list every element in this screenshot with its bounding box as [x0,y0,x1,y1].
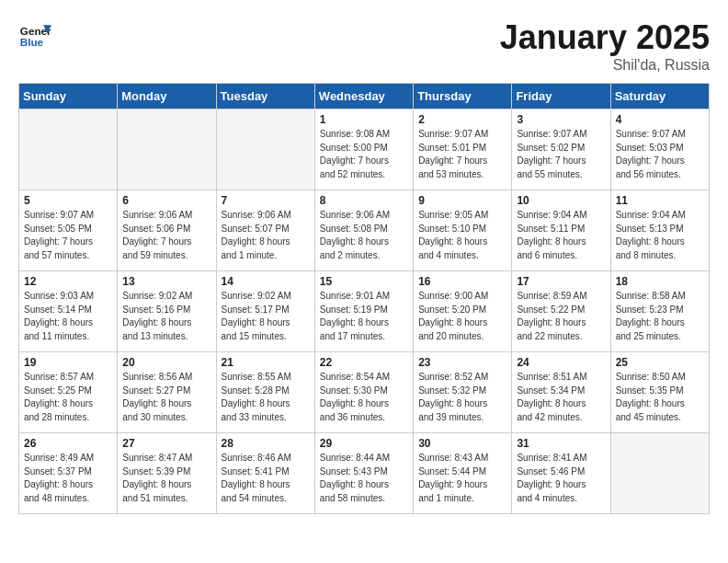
day-number: 27 [122,437,210,450]
calendar-cell: 27Sunrise: 8:47 AM Sunset: 5:39 PM Dayli… [118,433,216,514]
day-info: Sunrise: 9:06 AM Sunset: 5:06 PM Dayligh… [122,209,210,262]
calendar-cell: 15Sunrise: 9:01 AM Sunset: 5:19 PM Dayli… [314,271,413,352]
day-info: Sunrise: 9:00 AM Sunset: 5:20 PM Dayligh… [418,290,506,343]
day-info: Sunrise: 9:02 AM Sunset: 5:17 PM Dayligh… [222,290,310,343]
location-subtitle: Shil'da, Russia [500,57,710,74]
day-info: Sunrise: 8:47 AM Sunset: 5:39 PM Dayligh… [122,452,210,505]
day-info: Sunrise: 8:49 AM Sunset: 5:37 PM Dayligh… [24,452,112,505]
day-number: 16 [418,275,506,288]
day-info: Sunrise: 9:02 AM Sunset: 5:16 PM Dayligh… [122,290,210,343]
calendar-week-3: 12Sunrise: 9:03 AM Sunset: 5:14 PM Dayli… [19,271,710,352]
page-header: General Blue January 2025 Shil'da, Russi… [18,18,710,74]
calendar-cell: 17Sunrise: 8:59 AM Sunset: 5:22 PM Dayli… [512,271,610,352]
day-number: 9 [418,194,506,207]
calendar-cell: 26Sunrise: 8:49 AM Sunset: 5:37 PM Dayli… [19,433,118,514]
calendar-cell: 28Sunrise: 8:46 AM Sunset: 5:41 PM Dayli… [216,433,314,514]
calendar-cell: 8Sunrise: 9:06 AM Sunset: 5:08 PM Daylig… [314,190,413,271]
day-number: 24 [517,356,605,369]
weekday-header-row: SundayMondayTuesdayWednesdayThursdayFrid… [19,84,710,109]
day-number: 26 [24,437,112,450]
calendar-cell: 19Sunrise: 8:57 AM Sunset: 5:25 PM Dayli… [19,352,118,433]
day-info: Sunrise: 8:50 AM Sunset: 5:35 PM Dayligh… [616,371,704,424]
logo-icon: General Blue [18,18,51,52]
calendar-cell: 24Sunrise: 8:51 AM Sunset: 5:34 PM Dayli… [512,352,610,433]
calendar-cell: 16Sunrise: 9:00 AM Sunset: 5:20 PM Dayli… [414,271,512,352]
calendar-week-5: 26Sunrise: 8:49 AM Sunset: 5:37 PM Dayli… [19,433,710,514]
calendar-week-1: 1Sunrise: 9:08 AM Sunset: 5:00 PM Daylig… [19,109,710,190]
calendar-cell: 23Sunrise: 8:52 AM Sunset: 5:32 PM Dayli… [414,352,512,433]
calendar-cell: 2Sunrise: 9:07 AM Sunset: 5:01 PM Daylig… [414,109,512,190]
month-title: January 2025 [500,18,710,57]
weekday-header-tuesday: Tuesday [216,84,314,109]
day-number: 12 [24,275,112,288]
day-info: Sunrise: 9:07 AM Sunset: 5:01 PM Dayligh… [418,128,506,181]
calendar-cell: 9Sunrise: 9:05 AM Sunset: 5:10 PM Daylig… [414,190,512,271]
svg-text:Blue: Blue [20,36,44,48]
calendar-table: SundayMondayTuesdayWednesdayThursdayFrid… [18,83,710,514]
calendar-cell: 11Sunrise: 9:04 AM Sunset: 5:13 PM Dayli… [610,190,709,271]
day-number: 23 [418,356,506,369]
day-info: Sunrise: 9:03 AM Sunset: 5:14 PM Dayligh… [24,290,112,343]
title-block: January 2025 Shil'da, Russia [500,18,710,74]
day-info: Sunrise: 8:52 AM Sunset: 5:32 PM Dayligh… [418,371,506,424]
day-info: Sunrise: 9:06 AM Sunset: 5:07 PM Dayligh… [222,209,310,262]
day-number: 29 [320,437,408,450]
day-number: 1 [320,113,408,126]
calendar-cell: 1Sunrise: 9:08 AM Sunset: 5:00 PM Daylig… [314,109,413,190]
day-info: Sunrise: 8:55 AM Sunset: 5:28 PM Dayligh… [222,371,310,424]
calendar-cell: 13Sunrise: 9:02 AM Sunset: 5:16 PM Dayli… [118,271,216,352]
day-number: 7 [222,194,310,207]
day-info: Sunrise: 8:44 AM Sunset: 5:43 PM Dayligh… [320,452,408,505]
calendar-cell: 10Sunrise: 9:04 AM Sunset: 5:11 PM Dayli… [512,190,610,271]
day-number: 6 [122,194,210,207]
day-number: 17 [517,275,605,288]
day-info: Sunrise: 9:05 AM Sunset: 5:10 PM Dayligh… [418,209,506,262]
day-number: 10 [517,194,605,207]
day-info: Sunrise: 8:59 AM Sunset: 5:22 PM Dayligh… [517,290,605,343]
day-info: Sunrise: 9:07 AM Sunset: 5:05 PM Dayligh… [24,209,112,262]
day-info: Sunrise: 9:07 AM Sunset: 5:02 PM Dayligh… [517,128,605,181]
day-number: 5 [24,194,112,207]
day-info: Sunrise: 9:07 AM Sunset: 5:03 PM Dayligh… [616,128,704,181]
calendar-cell: 3Sunrise: 9:07 AM Sunset: 5:02 PM Daylig… [512,109,610,190]
calendar-cell [216,109,314,190]
day-number: 19 [24,356,112,369]
calendar-cell: 21Sunrise: 8:55 AM Sunset: 5:28 PM Dayli… [216,352,314,433]
weekday-header-thursday: Thursday [414,84,512,109]
day-number: 14 [222,275,310,288]
day-number: 25 [616,356,704,369]
calendar-week-2: 5Sunrise: 9:07 AM Sunset: 5:05 PM Daylig… [19,190,710,271]
day-info: Sunrise: 8:51 AM Sunset: 5:34 PM Dayligh… [517,371,605,424]
calendar-cell: 7Sunrise: 9:06 AM Sunset: 5:07 PM Daylig… [216,190,314,271]
day-number: 3 [517,113,605,126]
calendar-cell: 4Sunrise: 9:07 AM Sunset: 5:03 PM Daylig… [610,109,709,190]
day-info: Sunrise: 9:08 AM Sunset: 5:00 PM Dayligh… [320,128,408,181]
calendar-cell: 6Sunrise: 9:06 AM Sunset: 5:06 PM Daylig… [118,190,216,271]
calendar-cell [610,433,709,514]
calendar-cell: 30Sunrise: 8:43 AM Sunset: 5:44 PM Dayli… [414,433,512,514]
day-number: 8 [320,194,408,207]
day-number: 28 [222,437,310,450]
day-info: Sunrise: 8:41 AM Sunset: 5:46 PM Dayligh… [517,452,605,505]
day-info: Sunrise: 8:54 AM Sunset: 5:30 PM Dayligh… [320,371,408,424]
day-number: 13 [122,275,210,288]
calendar-cell: 5Sunrise: 9:07 AM Sunset: 5:05 PM Daylig… [19,190,118,271]
day-info: Sunrise: 9:04 AM Sunset: 5:11 PM Dayligh… [517,209,605,262]
logo: General Blue [18,18,51,52]
day-number: 2 [418,113,506,126]
day-number: 18 [616,275,704,288]
day-number: 11 [616,194,704,207]
calendar-cell: 29Sunrise: 8:44 AM Sunset: 5:43 PM Dayli… [314,433,413,514]
day-number: 15 [320,275,408,288]
day-number: 20 [122,356,210,369]
weekday-header-sunday: Sunday [19,84,118,109]
calendar-cell: 31Sunrise: 8:41 AM Sunset: 5:46 PM Dayli… [512,433,610,514]
weekday-header-saturday: Saturday [610,84,709,109]
calendar-cell [118,109,216,190]
day-number: 30 [418,437,506,450]
weekday-header-monday: Monday [118,84,216,109]
day-info: Sunrise: 8:58 AM Sunset: 5:23 PM Dayligh… [616,290,704,343]
day-info: Sunrise: 8:46 AM Sunset: 5:41 PM Dayligh… [222,452,310,505]
day-info: Sunrise: 9:01 AM Sunset: 5:19 PM Dayligh… [320,290,408,343]
day-number: 31 [517,437,605,450]
